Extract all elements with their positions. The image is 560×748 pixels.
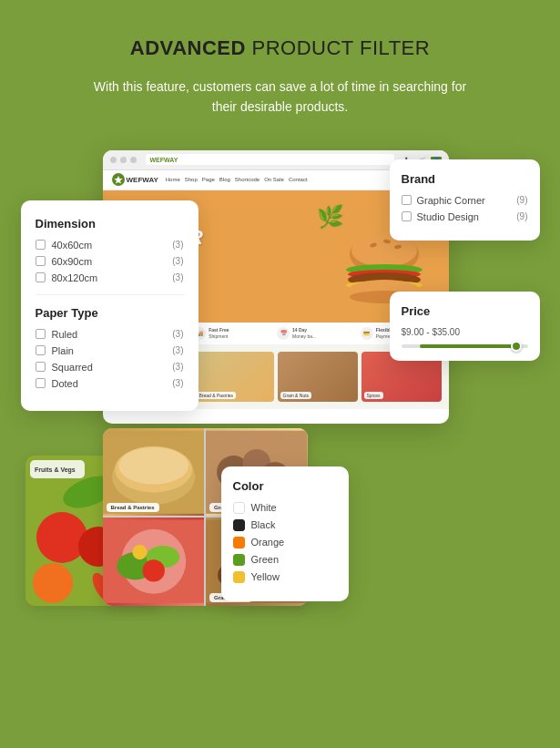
color-title: Color — [233, 479, 337, 493]
nav-shortcode: Shortcode — [235, 177, 260, 182]
color-yellow[interactable]: Yellow — [233, 571, 337, 583]
paper-type-title: Paper Type — [36, 306, 184, 320]
product-card-2: Bread & Pastries — [194, 352, 274, 402]
color-label-orange: Orange — [251, 537, 285, 548]
swatch-orange — [233, 537, 245, 548]
svg-text:Fruits & Vegs: Fruits & Vegs — [35, 466, 76, 474]
brand-graphic-corner[interactable]: Graphic Corner (9) — [402, 195, 528, 206]
feature-shipping: 🚚 Fast FreeShipment — [193, 327, 274, 340]
subtext: With this feature, customers can save a … — [89, 77, 472, 118]
color-label-green: Green — [251, 554, 280, 565]
filter-divider-1 — [36, 294, 184, 295]
food-cell-1-label: Bread & Pastries — [107, 503, 159, 512]
filter-80x120[interactable]: 80x120cm (3) — [36, 272, 184, 283]
price-panel: Price $9.00 - $35.00 — [390, 292, 540, 361]
swatch-white — [233, 502, 245, 514]
food-cell-3 — [103, 517, 205, 606]
swatch-yellow — [233, 571, 245, 583]
brand-title: Brand — [402, 172, 528, 186]
filter-count-doted: (3) — [172, 378, 183, 388]
brand-count-graphic: (9) — [516, 195, 527, 205]
filter-squarred[interactable]: Squarred (3) — [36, 362, 184, 373]
checkbox-40x60[interactable] — [36, 240, 46, 250]
svg-point-35 — [142, 560, 164, 582]
checkbox-80x120[interactable] — [36, 272, 46, 282]
color-label-black: Black — [251, 519, 276, 530]
svg-point-15 — [33, 563, 73, 603]
filter-count-40x60: (3) — [172, 240, 183, 250]
return-icon: 📅 — [277, 327, 290, 340]
feature-return-text: 14 DayMoney ba... — [292, 327, 316, 339]
nav-page: Page — [202, 177, 215, 182]
checkbox-graphic-corner[interactable] — [402, 195, 412, 205]
checkbox-squarred[interactable] — [36, 362, 46, 372]
brand-panel: Brand Graphic Corner (9) Studio Design (… — [390, 159, 540, 241]
nav-logo-text: WEFWAY — [127, 176, 158, 184]
browser-dot-3 — [130, 157, 137, 163]
product-label-2: Bread & Pastries — [197, 392, 237, 399]
color-orange[interactable]: Orange — [233, 537, 337, 548]
checkbox-ruled[interactable] — [36, 329, 46, 339]
dimension-title: Dimension — [36, 217, 184, 231]
filter-plain[interactable]: Plain (3) — [36, 345, 184, 356]
svg-point-36 — [132, 545, 147, 559]
color-black[interactable]: Black — [233, 519, 337, 531]
filter-60x90[interactable]: 60x90cm (3) — [36, 256, 184, 267]
nav-logo: WEFWAY — [112, 173, 158, 186]
browser-url: WEFWAY — [146, 154, 394, 165]
feature-return: 📅 14 DayMoney ba... — [277, 327, 358, 340]
checkbox-60x90[interactable] — [36, 256, 46, 266]
price-slider[interactable] — [402, 344, 528, 348]
nav-logo-icon — [112, 173, 125, 186]
browser-dot-1 — [110, 157, 117, 163]
filter-label-40x60: 40x60cm — [52, 240, 167, 251]
payment-icon: 💳 — [361, 327, 373, 340]
checkbox-studio-design[interactable] — [402, 211, 412, 221]
brand-studio-design[interactable]: Studio Design (9) — [402, 211, 528, 222]
product-card-3: Grain & Nuts — [278, 352, 358, 402]
demo-area: WEFWAY 📞 🛒 👤 WEFWAY Home Shop Page Blog — [21, 150, 540, 606]
color-white[interactable]: White — [233, 502, 337, 514]
checkbox-doted[interactable] — [36, 378, 46, 388]
swatch-green — [233, 554, 245, 566]
filter-label-60x90: 60x90cm — [52, 256, 167, 267]
filter-label-ruled: Ruled — [52, 329, 167, 340]
color-green[interactable]: Green — [233, 554, 337, 566]
color-label-white: White — [251, 502, 277, 513]
swatch-black — [233, 519, 245, 531]
checkbox-plain[interactable] — [36, 345, 46, 355]
brand-label-graphic: Graphic Corner — [417, 195, 512, 206]
heading-bold: ADVANCED — [130, 36, 246, 59]
price-slider-thumb[interactable] — [511, 341, 522, 352]
filter-label-80x120: 80x120cm — [52, 272, 167, 283]
price-range: $9.00 - $35.00 — [402, 327, 528, 337]
svg-point-24 — [118, 447, 188, 485]
filter-count-squarred: (3) — [172, 362, 183, 372]
color-panel: Color White Black Orange Green Yellow — [221, 466, 349, 601]
nav-onsale: On Sale — [264, 177, 284, 182]
svg-point-12 — [36, 512, 87, 563]
product-label-3: Grain & Nuts — [280, 392, 312, 399]
browser-dot-2 — [120, 157, 127, 163]
nav-home: Home — [166, 177, 180, 182]
filter-doted[interactable]: Doted (3) — [36, 378, 184, 389]
food-cell-1: Bread & Pastries — [103, 428, 205, 517]
page-heading: ADVANCED PRODUCT FILTER — [130, 36, 430, 60]
nav-contact: Contact — [289, 177, 308, 182]
filter-count-60x90: (3) — [172, 256, 183, 266]
filter-ruled[interactable]: Ruled (3) — [36, 329, 184, 340]
filter-count-80x120: (3) — [172, 272, 183, 282]
price-title: Price — [402, 304, 528, 318]
filter-label-squarred: Squarred — [52, 362, 167, 373]
filter-label-doted: Doted — [52, 378, 167, 389]
nav-blog: Blog — [219, 177, 230, 182]
brand-count-studio: (9) — [516, 211, 527, 221]
filter-panel: Dimension 40x60cm (3) 60x90cm (3) 80x120… — [21, 200, 199, 411]
feature-shipping-text: Fast FreeShipment — [209, 327, 229, 339]
brand-label-studio: Studio Design — [417, 211, 512, 222]
filter-label-plain: Plain — [52, 345, 167, 356]
nav-shop: Shop — [185, 177, 198, 182]
filter-count-ruled: (3) — [172, 329, 183, 339]
filter-40x60[interactable]: 40x60cm (3) — [36, 240, 184, 251]
price-slider-fill — [420, 344, 521, 348]
